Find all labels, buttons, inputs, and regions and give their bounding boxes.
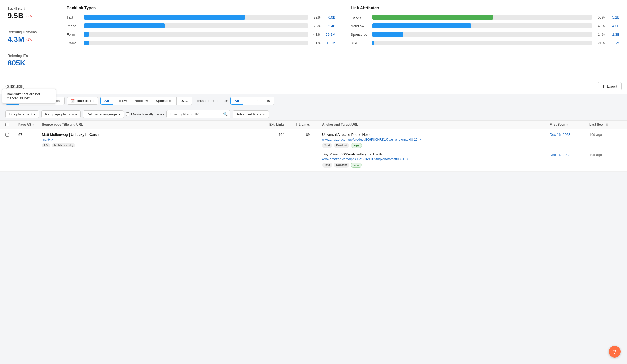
backlink-types-title: Backlink Types <box>67 5 336 10</box>
bar-count: 2.4B <box>323 24 336 28</box>
table-header: Page AS ⇅ Source page Title and URL Ext.… <box>0 121 627 129</box>
anchor-url-link-1[interactable]: www.amazon.com/gp/product/B09P8CNRK1/?ta… <box>322 138 417 141</box>
search-icon[interactable]: 🔍 <box>220 110 230 118</box>
link-attributes-bars: Follow 55% 5.1B Nofollow 45% 4.2B Sponso… <box>351 15 620 45</box>
bar-count: 29.2M <box>323 32 336 37</box>
attr-all-btn[interactable]: All <box>100 97 113 105</box>
first-seen-2: Dec 16, 2023 <box>550 153 587 157</box>
bar-label: UGC <box>351 41 370 45</box>
ext-links-value: 164 <box>269 133 294 137</box>
bar-fill <box>84 41 89 45</box>
attr-nofollow-btn[interactable]: Nofollow <box>131 97 152 105</box>
bar-pct: <1% <box>311 32 321 37</box>
referring-domains-value: 4.3M -2% <box>8 35 51 44</box>
th-ext-links: Ext. Links <box>269 123 294 126</box>
badge-new-2: New <box>351 163 362 168</box>
lpd-all-btn[interactable]: All <box>230 97 243 105</box>
badge-new-1: New <box>351 143 362 148</box>
bar-pct: 1% <box>311 41 321 45</box>
bar-count: 6.6B <box>323 15 336 19</box>
link-attributes-title: Link Attributes <box>351 5 620 10</box>
bar-fill <box>372 23 471 28</box>
lpd-1-btn[interactable]: 1 <box>243 97 253 105</box>
bar-track <box>84 23 308 28</box>
bar-pct: 72% <box>311 15 321 19</box>
ref-page-language-btn[interactable]: Ref. page language ▾ <box>83 110 124 118</box>
bar-pct: 45% <box>594 24 605 28</box>
bar-pct: 14% <box>594 32 605 37</box>
referring-domains-change: -2% <box>26 38 32 41</box>
attr-follow-btn[interactable]: Follow <box>113 97 131 105</box>
results-bar: (6,361,838) ⬆ Export <box>0 79 627 94</box>
anchor-section-1: Universal Airplane Phone Holder www.amaz… <box>322 133 547 148</box>
backlinks-value: 9.5B -5% <box>8 12 51 20</box>
anchor-tags-2: Text Content New <box>322 163 547 168</box>
time-period-btn[interactable]: 📅 Time period <box>67 97 98 105</box>
th-anchor: Anchor and Target URL <box>322 123 547 126</box>
sort-icon-page-as[interactable]: ⇅ <box>32 123 34 126</box>
bar-label: Frame <box>67 41 81 45</box>
referring-ips-stat: Referring IPs 805K <box>8 54 51 72</box>
bar-row: Form <1% 29.2M <box>67 32 336 37</box>
backlinks-stat: Backlinks ℹ 9.5B -5% <box>8 6 51 25</box>
bar-fill <box>372 32 403 37</box>
filters-row-2: Link placement ▾ Ref. page platform ▾ Re… <box>0 108 627 121</box>
source-url: ma.tt/ ↗ <box>42 138 267 141</box>
sort-icon-first-seen[interactable]: ⇅ <box>566 123 568 126</box>
attr-sponsored-btn[interactable]: Sponsored <box>152 97 177 105</box>
bar-row: Nofollow 45% 4.2B <box>351 23 620 28</box>
bar-track <box>84 32 308 37</box>
bar-row: Frame 1% 100M <box>67 41 336 45</box>
page-as-value: 97 <box>18 133 40 137</box>
lpd-3-btn[interactable]: 3 <box>253 97 262 105</box>
bar-fill <box>84 32 89 37</box>
th-source: Source page Title and URL <box>42 123 267 126</box>
filter-input[interactable] <box>167 111 220 118</box>
info-icon[interactable]: ℹ <box>24 7 25 10</box>
export-icon: ⬆ <box>602 84 605 88</box>
lpd-10-btn[interactable]: 10 <box>262 97 274 105</box>
chevron-down-icon-3: ▾ <box>118 112 120 116</box>
mobile-friendly-checkbox[interactable] <box>126 112 129 116</box>
export-button[interactable]: ⬆ Export <box>598 82 622 90</box>
attr-ugc-btn[interactable]: UGC <box>177 97 192 105</box>
bar-label: Follow <box>351 15 370 19</box>
int-links-value: 89 <box>296 133 320 137</box>
ext-link-icon-2: ↗ <box>406 158 409 161</box>
attribute-filter-group: All Follow Nofollow Sponsored UGC <box>100 97 192 105</box>
source-cell: Matt Mullenweg | Unlucky in Cards ma.tt/… <box>42 133 267 147</box>
bar-fill <box>84 23 165 28</box>
anchor-url-1: www.amazon.com/gp/product/B09P8CNRK1/?ta… <box>322 138 547 141</box>
source-tags: EN Mobile friendly <box>42 143 267 147</box>
anchor-url-2: www.amazon.com/dp/B0BY8Q69DC?tag=photoma… <box>322 157 547 161</box>
chevron-down-icon-4: ▾ <box>263 112 265 116</box>
bar-track <box>84 41 308 45</box>
stats-panel: Backlinks ℹ 9.5B -5% Referring Domains 4… <box>0 0 59 79</box>
th-page-as: Page AS ⇅ <box>18 123 40 126</box>
bar-label: Form <box>67 32 81 37</box>
links-per-domain-label: Links per ref. domain <box>196 99 228 103</box>
source-url-link[interactable]: ma.tt/ <box>42 138 50 141</box>
bar-row: UGC <1% 15M <box>351 41 620 45</box>
bar-row: Sponsored 14% 1.3B <box>351 32 620 37</box>
bar-fill <box>84 15 245 20</box>
bar-row: Text 72% 6.6B <box>67 15 336 20</box>
anchor-tags-1: Text Content New <box>322 143 547 148</box>
sort-icon-last-seen[interactable]: ⇅ <box>606 123 608 126</box>
bar-fill <box>372 41 374 45</box>
advanced-filters-btn[interactable]: Advanced filters ▾ <box>233 110 269 118</box>
filter-input-wrap: 🔍 <box>166 110 230 118</box>
bar-track <box>372 15 592 20</box>
referring-ips-label: Referring IPs <box>8 54 51 58</box>
tooltip-box: Backlinks that are not marked as lost. <box>2 89 56 104</box>
select-all-checkbox[interactable] <box>5 123 9 126</box>
bar-track <box>372 32 592 37</box>
link-attributes-panel: Link Attributes Follow 55% 5.1B Nofollow… <box>343 0 627 79</box>
bar-pct: 26% <box>311 24 321 28</box>
link-placement-btn[interactable]: Link placement ▾ <box>5 110 39 118</box>
bar-pct: <1% <box>594 41 605 45</box>
anchor-url-link-2[interactable]: www.amazon.com/dp/B0BY8Q69DC?tag=photoma… <box>322 157 405 161</box>
ext-link-icon-1: ↗ <box>419 138 421 141</box>
row-checkbox[interactable] <box>5 133 9 137</box>
ref-page-platform-btn[interactable]: Ref. page platform ▾ <box>41 110 81 118</box>
